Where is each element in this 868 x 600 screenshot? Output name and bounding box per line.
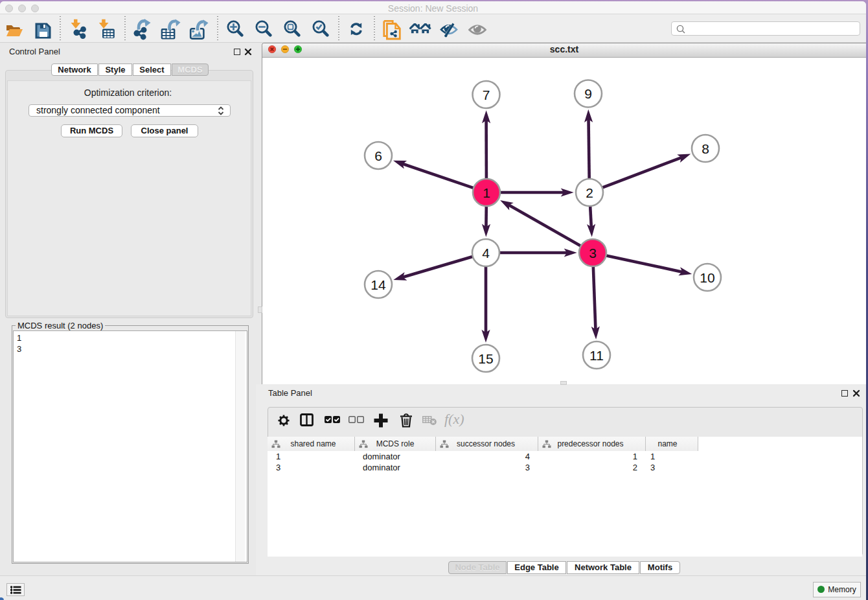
svg-text:10: 10 bbox=[700, 270, 714, 285]
svg-text:11: 11 bbox=[589, 348, 604, 363]
svg-text:15: 15 bbox=[478, 351, 493, 366]
svg-text:14: 14 bbox=[371, 277, 386, 292]
svg-text:9: 9 bbox=[584, 86, 592, 101]
svg-text:2: 2 bbox=[586, 185, 593, 200]
svg-text:3: 3 bbox=[589, 246, 597, 260]
svg-text:1: 1 bbox=[483, 185, 490, 200]
svg-text:4: 4 bbox=[482, 246, 490, 260]
svg-text:6: 6 bbox=[374, 148, 382, 163]
svg-text:7: 7 bbox=[483, 87, 490, 102]
svg-text:8: 8 bbox=[702, 141, 709, 156]
